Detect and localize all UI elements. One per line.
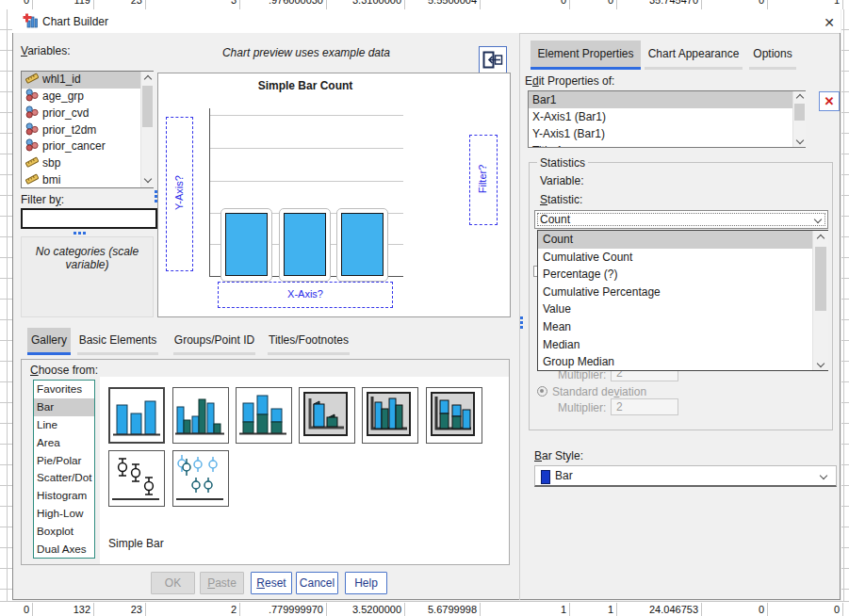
- gallery-item-clustered-3d-bar[interactable]: [362, 387, 418, 444]
- paste-button[interactable]: Paste: [200, 572, 244, 594]
- data-cell: 2: [146, 603, 240, 616]
- chart-type-line[interactable]: Line: [34, 416, 94, 434]
- preview-bar[interactable]: [284, 213, 326, 276]
- gridline: [210, 148, 403, 149]
- data-cell: 5.5500004: [405, 0, 481, 9]
- statistic-dropdown-list[interactable]: CountCumulative CountPercentage (?)Cumul…: [537, 230, 828, 371]
- preview-bar[interactable]: [341, 213, 384, 276]
- variable-item-age_grp[interactable]: age_grp: [22, 89, 153, 105]
- ok-button[interactable]: OK: [151, 572, 195, 594]
- data-cell: 0: [0, 0, 33, 9]
- variable-item-whl1_id[interactable]: whl1_id: [22, 72, 153, 89]
- chart-type-high-low[interactable]: High-Low: [34, 505, 94, 523]
- chart-type-dual-axes[interactable]: Dual Axes: [34, 541, 94, 559]
- variable-item-prior_cancer[interactable]: prior_cancer: [22, 138, 153, 155]
- edit-properties-item[interactable]: Bar1: [529, 91, 805, 108]
- tab-element-properties[interactable]: Element Properties: [531, 41, 641, 67]
- statistic-dropdown-scrollbar[interactable]: [812, 231, 828, 370]
- preview-note: Chart preview uses example data: [170, 46, 443, 59]
- delete-element-button[interactable]: ✕: [819, 91, 840, 111]
- cancel-button[interactable]: Cancel: [296, 572, 338, 594]
- chart-type-histogram[interactable]: Histogram: [34, 487, 94, 505]
- edit-properties-item[interactable]: X-Axis1 (Bar1): [529, 108, 805, 125]
- dialog-titlebar[interactable]: [12, 9, 841, 33]
- y-axis-line: [209, 108, 210, 276]
- chart-type-bar[interactable]: Bar: [34, 398, 94, 416]
- variable-item-sbp[interactable]: sbp: [22, 155, 153, 172]
- gallery-item-simple-error-bar[interactable]: [108, 450, 165, 507]
- scale-variable-icon: [25, 72, 39, 85]
- edit-properties-item[interactable]: Title 1: [529, 142, 805, 148]
- statistic-option[interactable]: Group Median: [538, 353, 827, 371]
- gallery-item-clustered-bar[interactable]: [172, 387, 229, 444]
- gallery-item-stacked-bar[interactable]: [236, 387, 292, 444]
- chart-type-pie-polar[interactable]: Pie/Polar: [34, 452, 94, 470]
- statistic-option[interactable]: Count: [538, 231, 827, 249]
- edit-properties-scrollbar[interactable]: [792, 91, 806, 147]
- data-cell: 0: [702, 0, 768, 9]
- statistic-option[interactable]: Value: [538, 300, 827, 318]
- reset-button[interactable]: Reset: [251, 572, 292, 594]
- chart-preview-canvas[interactable]: [157, 73, 511, 317]
- x-axis-dropzone-label: X-Axis?: [287, 288, 323, 300]
- panel-toggle-icon: [482, 51, 503, 69]
- tab-titles-footnotes[interactable]: Titles/Footnotes: [268, 328, 350, 352]
- statistic-option[interactable]: Percentage (?): [538, 266, 827, 284]
- filter-by-input[interactable]: [21, 208, 157, 229]
- y-axis-dropzone-label: Y-Axis?: [168, 118, 191, 268]
- gallery-item-simple-bar[interactable]: [108, 387, 165, 444]
- data-cell: 132: [33, 603, 94, 616]
- statistic-label: Statistic:: [540, 193, 582, 206]
- help-button[interactable]: Help: [345, 572, 387, 594]
- data-cell: 1: [570, 603, 617, 616]
- filter-dropzone[interactable]: Filter?: [469, 135, 498, 225]
- tab-groups-point-id[interactable]: Groups/Point ID: [173, 328, 255, 352]
- splitter-dots-vertical-main[interactable]: [520, 316, 523, 332]
- edit-properties-list[interactable]: Bar1X-Axis1 (Bar1)Y-Axis1 (Bar1)Title 1: [528, 90, 806, 148]
- tab-basic-elements[interactable]: Basic Elements: [77, 328, 158, 352]
- statistic-option[interactable]: Median: [538, 336, 827, 354]
- variables-list[interactable]: whl1_idage_grpprior_cvdprior_t2dmprior_c…: [21, 71, 154, 188]
- variable-item-prior_t2dm[interactable]: prior_t2dm: [22, 122, 153, 139]
- variables-scrollbar[interactable]: [140, 72, 154, 187]
- chart-type-list[interactable]: FavoritesBarLineAreaPie/PolarScatter/Dot…: [33, 380, 95, 559]
- data-cell: 3.5200000: [327, 603, 405, 616]
- gallery-item-stacked-3d-bar[interactable]: [426, 387, 482, 444]
- variable-item-prior_cvd[interactable]: prior_cvd: [22, 105, 153, 122]
- tab-chart-appearance[interactable]: Chart Appearance: [645, 41, 743, 67]
- bar-style-value: Bar: [555, 469, 573, 482]
- nominal-variable-icon: [25, 89, 39, 102]
- data-cell: .779999970: [240, 603, 327, 616]
- statistic-combobox[interactable]: Count: [534, 210, 828, 229]
- categories-panel: No categories (scale variable): [21, 236, 154, 317]
- statistic-option[interactable]: Cumulative Percentage: [538, 284, 827, 301]
- tab-underline: [531, 67, 641, 70]
- x-axis-dropzone[interactable]: X-Axis?: [218, 282, 393, 308]
- preview-bar[interactable]: [225, 213, 268, 276]
- edit-properties-item[interactable]: Y-Axis1 (Bar1): [529, 125, 805, 142]
- panel-toggle-button[interactable]: [479, 46, 507, 74]
- right-panel-top-border: [519, 33, 840, 34]
- stddev-radio[interactable]: [537, 386, 547, 397]
- chart-type-scatter-dot[interactable]: Scatter/Dot: [34, 469, 94, 487]
- y-axis-dropzone[interactable]: Y-Axis?: [166, 117, 193, 271]
- tab-options[interactable]: Options: [749, 41, 796, 67]
- bar-style-combobox[interactable]: Bar: [534, 465, 837, 487]
- chart-type-boxplot[interactable]: Boxplot: [34, 523, 94, 541]
- dialog-title: Chart Builder: [42, 15, 108, 28]
- gallery-item-simple-3d-bar[interactable]: [299, 387, 355, 444]
- chart-type-favorites[interactable]: Favorites: [34, 381, 94, 398]
- splitter-dots-horizontal[interactable]: [73, 232, 89, 235]
- gridline: [210, 181, 403, 182]
- statistic-option[interactable]: Mean: [538, 318, 827, 336]
- close-button[interactable]: ✕: [821, 14, 838, 31]
- tab-gallery[interactable]: Gallery: [27, 328, 71, 352]
- variable-item-bmi[interactable]: bmi: [22, 172, 153, 188]
- nominal-variable-icon: [25, 138, 39, 152]
- multiplier2-label: Multiplier:: [558, 401, 606, 414]
- background-grid-right-line: [843, 9, 844, 601]
- data-cell: 35.745470: [617, 0, 702, 9]
- gallery-item-clustered-error-bar[interactable]: [172, 450, 229, 507]
- statistic-option[interactable]: Cumulative Count: [538, 249, 827, 267]
- chart-type-area[interactable]: Area: [34, 434, 94, 452]
